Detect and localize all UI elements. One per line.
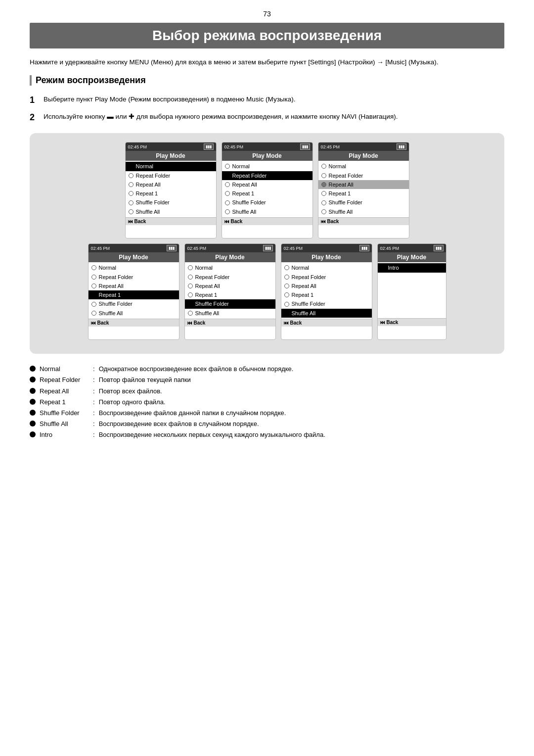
legend-item-repeat1: Repeat 1 : Повтор одного файла.: [30, 398, 504, 407]
devices-row-1: 02:45 PM ▮▮▮ Play Mode Normal Repeat Fol…: [37, 142, 497, 238]
legend-name-intro: Intro: [40, 430, 89, 439]
back-icon-4: ⏮: [91, 320, 96, 326]
device-4-item-repeat-all: Repeat All: [91, 282, 176, 290]
device-5-item-normal: Normal: [188, 263, 272, 272]
legend-bullet-intro: [30, 431, 36, 437]
device-7-item-intro: Intro: [378, 263, 446, 272]
device-7-body: Intro: [378, 262, 446, 318]
device-7-empty1: [381, 273, 443, 282]
radio5-repeat-all: [188, 284, 193, 288]
device-4-item-shuffle-all: Shuffle All: [91, 309, 176, 318]
legend-desc-repeat1: Повтор одного файла.: [99, 398, 504, 407]
legend-colon-shuffle-all: :: [93, 420, 95, 428]
radio-repeat-folder: [129, 173, 134, 178]
device-5-item-repeat1: Repeat 1: [188, 290, 272, 299]
legend-bullet-repeat1: [30, 399, 36, 405]
device-6-item-repeat1: Repeat 1: [284, 290, 369, 299]
back-icon-5: ⏮: [187, 320, 192, 326]
device-5-item-repeat-all: Repeat All: [188, 282, 272, 290]
device-4: 02:45 PM ▮▮▮ Play Mode Normal Repeat Fol…: [88, 243, 179, 340]
device-5: 02:45 PM ▮▮▮ Play Mode Normal Repeat Fol…: [184, 243, 276, 340]
device-7-empty4: [381, 299, 443, 308]
device-7-empty2: [381, 282, 443, 290]
device-1-title: Play Mode: [126, 151, 216, 161]
radio-normal: [129, 164, 134, 169]
device-1-body-wrap: Normal Repeat Folder Repeat All Repeat 1…: [126, 161, 216, 217]
device-3-battery: ▮▮▮: [397, 143, 406, 150]
device-1-time: 02:45 PM: [128, 144, 147, 149]
legend-colon-normal: :: [93, 365, 95, 374]
legend-item-repeat-folder: Repeat Folder : Повтор файлов текущей па…: [30, 376, 504, 384]
device-1-item-normal: Normal: [126, 162, 216, 171]
device-6-time: 02:45 PM: [284, 246, 303, 251]
radio5-repeat1: [188, 292, 193, 297]
device-5-body-wrap: Normal Repeat Folder Repeat All Repeat 1…: [185, 262, 275, 319]
device-1-footer: ⏮ Back: [126, 217, 216, 225]
device-2-header: 02:45 PM ▮▮▮: [222, 142, 312, 151]
legend-desc-normal: Однократное воспроизведение всех файлов …: [99, 365, 504, 374]
device-2-time: 02:45 PM: [224, 144, 244, 149]
device-3-item-repeat1: Repeat 1: [321, 189, 406, 198]
device-6-item-shuffle-folder: Shuffle Folder: [284, 299, 369, 308]
legend-name-normal: Normal: [40, 365, 89, 374]
legend-name-shuffle-all: Shuffle All: [40, 420, 89, 428]
device-7-battery: ▮▮▮: [434, 245, 444, 251]
back-icon-7: ⏮: [380, 320, 385, 325]
legend-bullet-normal: [30, 366, 36, 372]
device-7-footer: ⏮ Back: [378, 318, 446, 326]
device-1-item-shuffle-folder: Shuffle Folder: [129, 198, 213, 207]
legend-colon-shuffle-folder: :: [93, 409, 95, 418]
radio4-repeat1: [91, 292, 96, 297]
device-2-item-repeat-all: Repeat All: [225, 180, 310, 189]
device-5-footer: ⏮ Back: [185, 319, 275, 327]
device-6-title: Play Mode: [281, 252, 372, 262]
device-5-item-shuffle-folder: Shuffle Folder: [185, 299, 275, 308]
legend-bullet-repeat-folder: [30, 377, 36, 382]
legend-item-shuffle-all: Shuffle All : Воспроизведение всех файло…: [30, 420, 504, 428]
radio3-repeat1: [321, 191, 326, 196]
radio6-shuffle-folder: [284, 302, 289, 307]
device-6-body-wrap: Normal Repeat Folder Repeat All Repeat 1…: [281, 262, 372, 319]
device-3-item-repeat-folder: Repeat Folder: [321, 171, 406, 180]
back-icon-3: ⏮: [321, 219, 326, 224]
device-7: 02:45 PM ▮▮▮ Play Mode Intro ⏮ Back: [377, 243, 446, 340]
device-6-header: 02:45 PM ▮▮▮: [281, 244, 372, 252]
device-5-item-shuffle-all: Shuffle All: [188, 309, 272, 318]
device-4-title: Play Mode: [89, 252, 179, 262]
device-1-item-shuffle-all: Shuffle All: [129, 207, 213, 216]
legend-colon-repeat1: :: [93, 398, 95, 407]
device-3-item-shuffle-all: Shuffle All: [321, 207, 406, 216]
device-6-item-repeat-folder: Repeat Folder: [284, 273, 369, 282]
radio4-repeat-all: [91, 284, 96, 288]
page-number: 73: [30, 10, 504, 18]
device-5-time: 02:45 PM: [187, 246, 207, 251]
device-5-item-repeat-folder: Repeat Folder: [188, 273, 272, 282]
radio2-shuffle-all: [225, 209, 230, 214]
legend-name-repeat-folder: Repeat Folder: [40, 376, 89, 384]
device-7-title: Play Mode: [378, 252, 446, 262]
device-4-time: 02:45 PM: [91, 246, 110, 251]
device-4-item-repeat1: Repeat 1: [89, 290, 179, 299]
radio2-normal: [225, 164, 230, 169]
device-4-item-repeat-folder: Repeat Folder: [91, 273, 176, 282]
radio6-shuffle-all: [284, 311, 289, 316]
step-1-number: 1: [30, 94, 44, 107]
step-1-text: Выберите пункт Play Mode (Режим воспроиз…: [44, 94, 504, 104]
device-3-footer: ⏮ Back: [318, 217, 409, 225]
device-6: 02:45 PM ▮▮▮ Play Mode Normal Repeat Fol…: [281, 243, 372, 340]
device-2-item-shuffle-all: Shuffle All: [225, 207, 310, 216]
device-4-body-wrap: Normal Repeat Folder Repeat All Repeat 1…: [89, 262, 179, 319]
device-2-item-repeat1: Repeat 1: [225, 189, 310, 198]
radio-shuffle-all: [129, 209, 134, 214]
radio-repeat1: [129, 191, 134, 196]
device-4-footer: ⏮ Back: [89, 319, 179, 327]
device-4-item-normal: Normal: [91, 263, 176, 272]
radio7-intro: [381, 265, 386, 270]
device-5-battery: ▮▮▮: [263, 245, 273, 251]
legend-bullet-shuffle-all: [30, 421, 36, 426]
radio-shuffle-folder: [129, 200, 134, 205]
devices-container: 02:45 PM ▮▮▮ Play Mode Normal Repeat Fol…: [30, 133, 504, 354]
device-1-item-repeat1: Repeat 1: [129, 189, 213, 198]
device-6-battery: ▮▮▮: [359, 245, 369, 251]
device-5-header: 02:45 PM ▮▮▮: [185, 244, 275, 252]
